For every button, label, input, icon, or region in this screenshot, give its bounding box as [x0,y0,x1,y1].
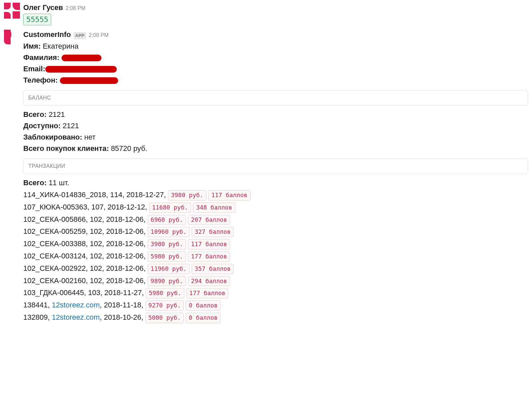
points-tag: 117 баллов [188,239,230,249]
points-tag: 177 баллов [188,251,230,262]
price-tag: 9890 руб. [148,276,186,286]
tx-text: 114_ХИКА-014836_2018, 114, 2018-12-27, [23,191,166,199]
transaction-row: 102_СЕКА-003124, 102, 2018-12-06,5980 ру… [23,250,528,262]
app-badge: APP [74,32,86,39]
transaction-row: 107_КЮКА-005363, 107, 2018-12-12,11680 р… [23,202,528,213]
price-tag: 11680 руб. [149,203,191,213]
price-tag: 5980 руб. [148,251,186,262]
email-label: Email: [23,65,45,73]
price-tag: 11960 руб. [148,264,190,274]
redacted-surname [62,55,101,61]
tx-text: 102_СЕКА-002160, 102, 2018-12-06, [23,276,146,285]
timestamp[interactable]: 2:08 PM [89,31,109,39]
available-value: 2121 [63,122,79,130]
tx-text: 102_СЕКА-005259, 102, 2018-12-06, [23,227,146,235]
tx-text: 107_КЮКА-005363, 107, 2018-12-12, [23,203,147,211]
price-tag: 5080 руб. [145,313,184,323]
avatar-gutter [4,2,23,26]
message: CustomerInfo APP 2:08 PM Имя: Екатерина … [0,27,532,325]
redacted-phone [60,77,118,84]
points-tag: 357 баллов [192,264,234,274]
avatar-gutter [4,29,23,324]
blocked-label: Заблокировано: [23,133,82,141]
points-tag: 207 баллов [188,215,230,225]
avatar[interactable] [4,30,20,46]
tx-text: 102_СЕКА-002922, 102, 2018-12-06, [23,264,146,272]
transaction-row: 103_ГДКА-006445, 103, 2018-11-27,5980 ру… [23,287,528,298]
transaction-row: 102_СЕКА-002160, 102, 2018-12-06,9890 ру… [23,275,528,286]
points-tag: 294 баллов [188,276,230,286]
surname-label: Фамилия: [23,53,59,62]
price-tag: 3980 руб. [148,239,186,249]
points-tag: 177 баллов [186,288,228,298]
price-tag: 3980 руб. [168,190,207,201]
tx-total-label: Всего: [23,179,47,187]
message: Олег Гусев 2:08 PM 55555 [0,0,532,27]
transaction-row: 138441, 12storeez.com, 2018-11-18,9270 р… [23,299,528,311]
blocked-value: нет [84,133,95,141]
tx-text: 138441, [23,301,52,309]
total-label: Всего: [23,110,47,119]
total-value: 2121 [49,110,65,119]
transactions-heading: ТРАНЗАКЦИИ [23,159,528,174]
price-tag: 9270 руб. [145,300,184,311]
tx-text: 102_СЕКА-003124, 102, 2018-12-06, [23,252,146,260]
code-snippet: 55555 [23,14,51,25]
phone-label: Телефон: [23,76,58,84]
sender-name[interactable]: Олег Гусев [23,2,63,13]
points-tag: 0 баллов [186,300,221,311]
tx-text: 132809, [23,313,52,321]
tx-text: 102_СЕКА-005866, 102, 2018-12-06, [23,215,146,223]
tx-text: , 2018-10-26, [100,313,143,321]
tx-link[interactable]: 12storeez.com [52,313,100,321]
timestamp[interactable]: 2:08 PM [66,4,86,12]
price-tag: 5980 руб. [146,288,184,298]
sender-name[interactable]: CustomerInfo [23,29,71,40]
transaction-row: 132809, 12storeez.com, 2018-10-26,5080 р… [23,312,528,323]
purchases-label: Всего покупок клиента: [23,144,109,153]
purchases-value: 85720 руб. [111,144,147,153]
balance-heading: БАЛАНС [23,90,528,106]
available-label: Доступно: [23,122,61,130]
transaction-row: 102_СЕКА-005259, 102, 2018-12-06,10960 р… [23,226,528,237]
price-tag: 6960 руб. [148,215,186,225]
name-value: Екатерина [43,42,79,50]
tx-link[interactable]: 12storeez.com [52,301,100,309]
points-tag: 117 баллов [208,190,250,201]
tx-total-value: 11 шт. [49,179,69,187]
tx-text: , 2018-11-18, [100,301,143,309]
transaction-row: 114_ХИКА-014836_2018, 114, 2018-12-27,39… [23,189,528,201]
name-label: Имя: [23,42,41,50]
points-tag: 348 баллов [193,203,235,213]
tx-text: 102_СЕКА-003388, 102, 2018-12-06, [23,239,146,248]
points-tag: 327 баллов [192,227,234,237]
redacted-email [45,66,117,73]
price-tag: 10960 руб. [148,227,190,237]
points-tag: 0 баллов [186,313,221,323]
tx-text: 103_ГДКА-006445, 103, 2018-11-27, [23,288,144,297]
avatar[interactable] [4,3,20,19]
transaction-row: 102_СЕКА-005866, 102, 2018-12-06,6960 ру… [23,214,528,225]
transaction-row: 102_СЕКА-003388, 102, 2018-12-06,3980 ру… [23,238,528,249]
transaction-row: 102_СЕКА-002922, 102, 2018-12-06,11960 р… [23,263,528,274]
